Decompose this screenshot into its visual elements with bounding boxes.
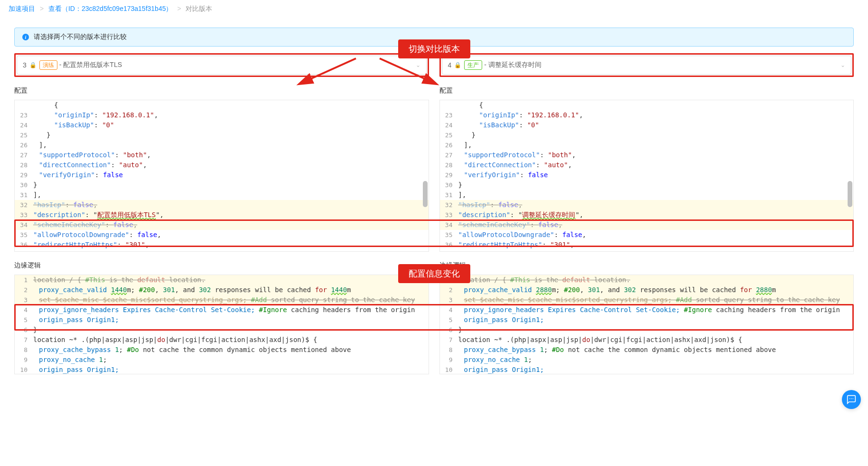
line-content: "supportedProtocol": "both",: [31, 150, 429, 160]
line-number: 29: [440, 170, 457, 180]
code-line: 26],: [440, 140, 854, 150]
code-panel-config-left[interactable]: {23"originIp": "192.168.0.1",24"isBackUp…: [14, 100, 429, 252]
line-content: origin_pass Origin1;: [457, 365, 854, 374]
line-content: ],: [31, 190, 429, 200]
code-line: 34 "schemeInCacheKey": false,: [440, 220, 854, 230]
section-title-edge-left: 边缘逻辑: [14, 261, 429, 270]
lock-icon: 🔒: [29, 62, 37, 68]
version-desc: - 配置禁用低版本TLS: [59, 61, 122, 69]
code-line: 7location ~* .(php|aspx|asp|jsp|do|dwr|c…: [440, 335, 854, 345]
code-line: 9proxy_no_cache 1;: [15, 355, 429, 365]
line-number: 32: [15, 200, 31, 210]
line-number: 3: [15, 295, 31, 305]
code-line: 9proxy_no_cache 1;: [440, 355, 854, 365]
code-line: 1location / { #This is the default locat…: [440, 275, 854, 285]
line-number: 26: [15, 140, 31, 150]
line-content: set $cache_misc $cache_misc$sorted_query…: [31, 295, 429, 305]
code-line: 30 }: [440, 180, 854, 190]
code-line: 32 "hasIcp": false,: [15, 200, 429, 210]
line-number: 23: [440, 110, 457, 120]
code-line: 36 "redirectHttpToHttps": "301",: [440, 240, 854, 250]
breadcrumb-link-1[interactable]: 加速项目: [9, 5, 35, 12]
line-content: proxy_ignore_headers Expires Cache-Contr…: [457, 305, 854, 315]
line-number: 5: [15, 315, 31, 325]
version-desc: - 调整延长缓存时间: [484, 61, 541, 69]
line-content: "schemeInCacheKey": false,: [31, 220, 429, 230]
line-content: proxy_ignore_headers Expires Cache-Contr…: [31, 305, 429, 315]
line-number: 4: [15, 305, 31, 315]
line-content: }: [31, 130, 429, 140]
code-line: 8proxy_cache_bypass 1; #Do not cache the…: [440, 345, 854, 355]
code-line: 3set $cache_misc $cache_misc$sorted_quer…: [440, 295, 854, 305]
svg-line-0: [308, 58, 356, 80]
code-line: 31 ],: [15, 190, 429, 200]
line-number: 3: [440, 295, 457, 305]
line-content: "directConnection": "auto",: [31, 160, 429, 170]
code-line: 37 "disableCertAutomation": false,: [440, 250, 854, 252]
breadcrumb-sep: >: [177, 5, 181, 12]
line-number: [440, 100, 457, 110]
version-selector-right-wrap: 4 🔒 生产 - 调整延长缓存时间 ⌄: [439, 53, 854, 77]
line-content: "disableCertAutomation": false,: [31, 250, 429, 252]
version-selector-right[interactable]: 4 🔒 生产 - 调整延长缓存时间 ⌄: [442, 56, 852, 75]
line-number: 36: [440, 240, 457, 250]
line-content: }: [457, 325, 854, 335]
line-number: 25: [440, 130, 457, 140]
line-number: 25: [15, 130, 31, 140]
code-line: 7location ~* .(php|aspx|asp|jsp|do|dwr|c…: [15, 335, 429, 345]
code-line: 6}: [440, 325, 854, 335]
section-title-config-left: 配置: [14, 86, 429, 95]
line-number: 33: [15, 210, 31, 220]
line-content: proxy_cache_bypass 1; #Do not cache the …: [457, 345, 854, 355]
line-content: ],: [457, 140, 854, 150]
line-number: 28: [15, 160, 31, 170]
callout-config-change: 配置信息变化: [398, 264, 470, 283]
line-number: 36: [15, 240, 31, 250]
line-content: origin_pass Origin1;: [457, 315, 854, 325]
line-number: 8: [15, 345, 31, 355]
line-number: 34: [440, 220, 457, 230]
lock-icon: 🔒: [454, 62, 461, 68]
code-line: 10origin_pass Origin1;: [15, 365, 429, 374]
line-number: 9: [440, 355, 457, 365]
line-number: [15, 100, 31, 110]
line-number: 24: [440, 120, 457, 130]
line-number: 28: [440, 160, 457, 170]
section-title-edge-right: 边缘逻辑: [439, 261, 854, 270]
line-content: proxy_no_cache 1;: [457, 355, 854, 365]
line-content: "hasIcp": false,: [31, 200, 429, 210]
line-number: 8: [440, 345, 457, 355]
version-selector-left[interactable]: 3 🔒 演练 - 配置禁用低版本TLS ⌄: [17, 56, 427, 75]
line-number: 5: [440, 315, 457, 325]
code-panel-edge-right[interactable]: 1location / { #This is the default locat…: [439, 275, 854, 374]
line-content: "disableCertAutomation": false,: [457, 250, 854, 252]
code-line: 30 }: [15, 180, 429, 190]
line-number: 1: [15, 275, 31, 285]
version-num: 4: [448, 61, 452, 69]
env-badge-prod: 生产: [464, 60, 482, 70]
code-line: 36 "redirectHttpToHttps": "301",: [15, 240, 429, 250]
code-line: 25}: [15, 130, 429, 140]
code-panel-edge-left[interactable]: 1location / { #This is the default locat…: [14, 275, 429, 374]
code-line: 37 "disableCertAutomation": false,: [15, 250, 429, 252]
code-line: 3set $cache_misc $cache_misc$sorted_quer…: [15, 295, 429, 305]
breadcrumb-link-2[interactable]: 查看（ID：23c82d5fc09e173a15f31b45）: [48, 5, 173, 12]
line-content: origin_pass Origin1;: [31, 315, 429, 325]
code-line: 32 "hasIcp": false,: [440, 200, 854, 210]
line-content: "isBackUp": "0": [457, 120, 854, 130]
line-content: "hasIcp": false,: [457, 200, 854, 210]
line-number: 27: [15, 150, 31, 160]
line-content: }: [457, 180, 854, 190]
code-line: 25}: [440, 130, 854, 140]
arrow-right: [375, 56, 432, 86]
line-content: proxy_cache_valid 1440m; #200, 301, and …: [31, 285, 429, 295]
line-content: "verifyOrigin": false: [31, 170, 429, 180]
code-line: 8proxy_cache_bypass 1; #Do not cache the…: [15, 345, 429, 355]
code-panel-config-right[interactable]: {23"originIp": "192.168.0.1",24"isBackUp…: [439, 100, 854, 252]
code-line: 23"originIp": "192.168.0.1",: [15, 110, 429, 120]
code-line: 27"supportedProtocol": "both",: [440, 150, 854, 160]
code-line: 33 "description": "配置禁用低版本TLS",: [15, 210, 429, 220]
version-num: 3: [23, 61, 27, 69]
line-number: 10: [15, 365, 31, 374]
line-number: 34: [15, 220, 31, 230]
